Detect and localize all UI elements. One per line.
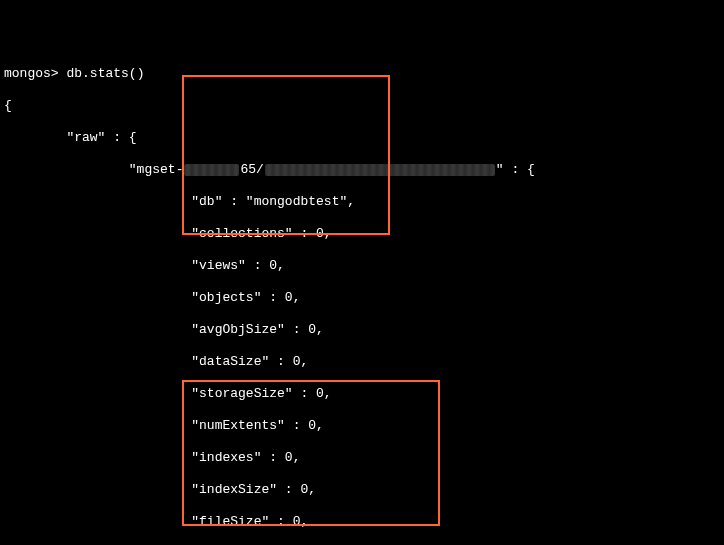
output-line: "storageSize" : 0,: [4, 386, 720, 402]
prompt-line: mongos> db.stats(): [4, 66, 720, 82]
redacted-text: [184, 164, 239, 176]
output-line: {: [4, 98, 720, 114]
output-line: "dataSize" : 0,: [4, 354, 720, 370]
redacted-text: [265, 164, 495, 176]
output-line: "fileSize" : 0,: [4, 514, 720, 530]
output-line: "indexes" : 0,: [4, 450, 720, 466]
shell-prompt: mongos>: [4, 66, 66, 81]
output-line: "views" : 0,: [4, 258, 720, 274]
output-line: "raw" : {: [4, 130, 720, 146]
output-line: "db" : "mongodbtest",: [4, 194, 720, 210]
output-line: "numExtents" : 0,: [4, 418, 720, 434]
command-text: db.stats(): [66, 66, 144, 81]
output-line: "objects" : 0,: [4, 290, 720, 306]
shard-header: "mgset-65/" : {: [4, 162, 720, 178]
output-line: "avgObjSize" : 0,: [4, 322, 720, 338]
output-line: "collections" : 0,: [4, 226, 720, 242]
output-line: "indexSize" : 0,: [4, 482, 720, 498]
